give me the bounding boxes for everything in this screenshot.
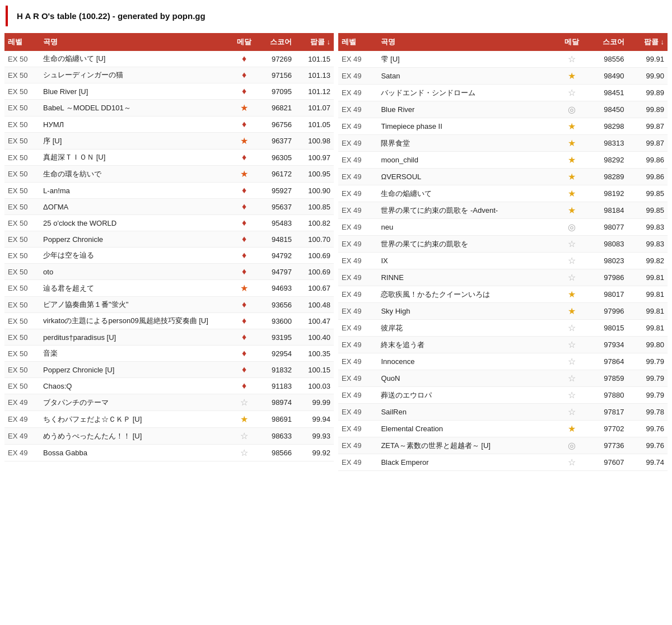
cell-medal: ★	[234, 280, 255, 297]
cell-medal: ♦	[234, 329, 255, 346]
table-row: EX 49彼岸花☆9801599.81	[338, 320, 668, 337]
table-row: EX 49Blue River◎9845099.89	[338, 101, 668, 118]
medal-silver-star-icon: ☆	[568, 54, 576, 64]
cell-medal: ★	[561, 152, 582, 169]
cell-title: シュレーディンガーの猫	[40, 67, 234, 83]
cell-title: oto	[40, 264, 234, 280]
cell-title: バッドエンド・シンドローム	[377, 85, 561, 101]
table-row: EX 50perditus†paradisus [U]♦93195100.40	[4, 329, 334, 346]
cell-title: めうめうぺったんたん！！ [U]	[40, 428, 234, 445]
cell-level: EX 50	[4, 199, 40, 215]
cell-medal: ☆	[561, 236, 582, 253]
medal-silver-star-icon: ☆	[568, 255, 576, 266]
cell-score: 97156	[255, 67, 295, 83]
cell-level: EX 49	[338, 118, 377, 135]
cell-title: Blue River	[377, 101, 561, 118]
table-row: EX 49恋歌疾風！かるたクイーンいろは★9801799.81	[338, 286, 668, 303]
table-row: EX 49葬送のエウロパ☆9788099.79	[338, 387, 668, 404]
table-row: EX 50生命の焔纏いて [U]♦97269101.15	[4, 51, 334, 67]
cell-title: perditus†paradisus [U]	[40, 329, 234, 346]
page-title: H A R O's table (100.22) - generated by …	[6, 6, 666, 26]
table-row: EX 49neu◎9807799.83	[338, 219, 668, 236]
cell-punc: 99.79	[628, 387, 668, 404]
cell-level: EX 50	[4, 313, 40, 329]
cell-punc: 99.79	[628, 370, 668, 387]
cell-level: EX 49	[4, 428, 40, 445]
medal-silver-star-icon: ☆	[568, 272, 576, 283]
cell-level: EX 50	[4, 116, 40, 133]
cell-medal: ♦	[234, 83, 255, 100]
medal-silver-star-icon: ☆	[568, 356, 576, 367]
cell-score: 98023	[582, 253, 627, 269]
cell-level: EX 50	[4, 183, 40, 199]
cell-medal: ♦	[234, 215, 255, 231]
cell-title: 雫 [U]	[377, 51, 561, 68]
cell-title: 音楽	[40, 346, 234, 362]
cell-punc: 99.91	[628, 51, 668, 68]
cell-title: BabeL ～MODEL DD101～	[40, 100, 234, 116]
cell-punc: 99.76	[628, 421, 668, 437]
table-row: EX 50シュレーディンガーの猫♦97156101.13	[4, 67, 334, 83]
cell-punc: 100.48	[295, 297, 334, 313]
cell-score: 94792	[255, 248, 295, 264]
table-row: EX 49RINNE☆9798699.81	[338, 269, 668, 286]
cell-level: EX 50	[4, 280, 40, 297]
cell-title: Popperz Chronicle	[40, 231, 234, 248]
cell-punc: 101.13	[295, 67, 334, 83]
cell-punc: 99.89	[628, 85, 668, 101]
cell-score: 98015	[582, 320, 627, 337]
cell-level: EX 50	[4, 67, 40, 83]
cell-score: 96377	[255, 133, 295, 150]
col-header-3: 스코어	[255, 33, 295, 51]
cell-title: 恋歌疾風！かるたクイーンいろは	[377, 286, 561, 303]
cell-punc: 100.67	[295, 280, 334, 297]
cell-score: 98298	[582, 118, 627, 135]
cell-score: 97095	[255, 83, 295, 100]
table-row: EX 49Sky High★9799699.81	[338, 303, 668, 320]
medal-silver-star-icon: ☆	[568, 457, 576, 468]
cell-punc: 100.90	[295, 183, 334, 199]
cell-level: EX 49	[4, 394, 40, 411]
cell-punc: 101.07	[295, 100, 334, 116]
cell-level: EX 49	[338, 236, 377, 253]
cell-title: L-an!ma	[40, 183, 234, 199]
cell-title: RINNE	[377, 269, 561, 286]
cell-medal: ☆	[561, 253, 582, 269]
cell-medal: ★	[234, 100, 255, 116]
cell-score: 98691	[255, 411, 295, 428]
cell-level: EX 49	[338, 337, 377, 353]
cell-level: EX 49	[338, 51, 377, 68]
cell-title: 生命の環を紡いで	[40, 166, 234, 183]
cell-title: 彼岸花	[377, 320, 561, 337]
cell-punc: 100.82	[295, 215, 334, 231]
cell-score: 98490	[582, 68, 627, 85]
medal-silver-star-icon: ☆	[240, 397, 248, 408]
table-row: EX 50少年は空を辿る♦94792100.69	[4, 248, 334, 264]
table-row: EX 49ΩVERSOUL★9828999.86	[338, 169, 668, 185]
cell-title: 世界の果てに約束の凱歌を -Advent-	[377, 202, 561, 219]
cell-level: EX 50	[4, 133, 40, 150]
cell-medal: ☆	[561, 454, 582, 471]
cell-title: 少年は空を辿る	[40, 248, 234, 264]
cell-score: 96172	[255, 166, 295, 183]
cell-level: EX 50	[4, 166, 40, 183]
cell-medal: ★	[234, 411, 255, 428]
cell-title: Elemental Creation	[377, 421, 561, 437]
cell-level: EX 50	[4, 362, 40, 378]
cell-level: EX 50	[4, 231, 40, 248]
cell-medal: ☆	[234, 445, 255, 461]
cell-score: 98292	[582, 152, 627, 169]
col-header-1: 곡명	[377, 33, 561, 51]
cell-level: EX 50	[4, 215, 40, 231]
cell-medal: ♦	[234, 199, 255, 215]
medal-orange-star-icon: ★	[240, 102, 248, 113]
cell-title: 生命の焔纏いて	[377, 185, 561, 202]
table-row: EX 50virkatoの主題によるperson09風超絶技巧変奏曲 [U]♦9…	[4, 313, 334, 329]
cell-punc: 99.89	[628, 101, 668, 118]
table-row: EX 49ちくわパフェだよ☆ＣＫＰ [U]★9869199.94	[4, 411, 334, 428]
cell-medal: ☆	[561, 353, 582, 370]
medal-gold-star-icon: ★	[568, 306, 576, 316]
cell-score: 98566	[255, 445, 295, 461]
cell-medal: ♦	[234, 297, 255, 313]
cell-score: 98313	[582, 135, 627, 152]
